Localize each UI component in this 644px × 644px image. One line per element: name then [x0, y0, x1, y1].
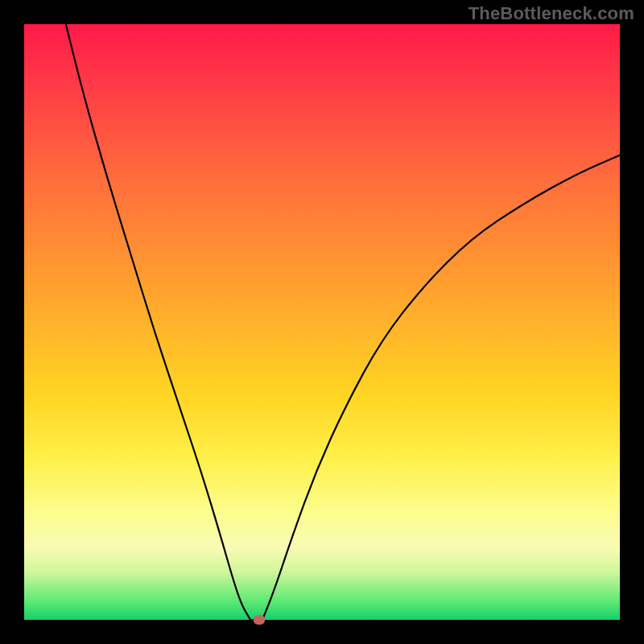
watermark-text: TheBottleneck.com — [469, 3, 634, 24]
chart-frame: TheBottleneck.com — [0, 0, 644, 644]
bottleneck-curve — [66, 24, 620, 620]
curve-svg — [24, 24, 620, 620]
vertex-marker-icon — [254, 615, 265, 625]
plot-area — [24, 24, 620, 620]
